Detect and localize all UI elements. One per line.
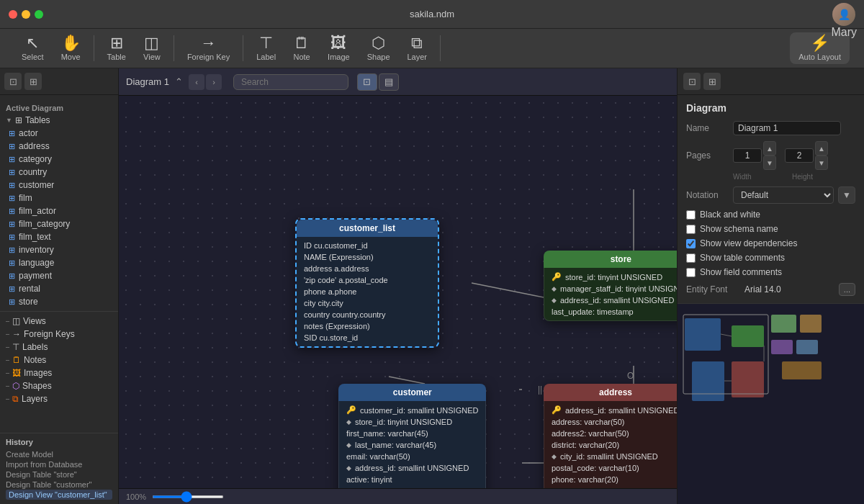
table-row-icon: ⊞	[9, 233, 15, 242]
search-input[interactable]	[233, 74, 348, 90]
sidebar-icon-labels: ⊤	[12, 342, 19, 352]
table-customer-list[interactable]: customer_list ID cu.customer_id NAME (Ex…	[295, 218, 439, 348]
field-row: ID cu.customer_id	[297, 240, 438, 251]
history-item-design-customer[interactable]: Design Table "customer"	[6, 480, 112, 490]
table-customer[interactable]: customer 🔑customer_id: smallint UNSIGNED…	[338, 384, 486, 504]
pages-width-up[interactable]: ▲	[763, 141, 776, 156]
pages-width-input[interactable]	[733, 148, 762, 163]
history-item-import[interactable]: Import from Database	[6, 459, 112, 469]
notation-select[interactable]: Default IDEF1X Crow's Foot	[733, 186, 834, 204]
sidebar-item-film-actor[interactable]: ⊞film_actor	[0, 204, 118, 217]
sidebar-item-payment[interactable]: ⊞payment	[0, 269, 118, 282]
panel-icon-btn-1[interactable]: ⊡	[683, 73, 701, 90]
sidebar-item-film-text[interactable]: ⊞film_text	[0, 230, 118, 243]
tool-foreign-key[interactable]: → Foreign Key	[180, 32, 237, 64]
field-text: store_id: tinyint UNSIGNED	[565, 273, 662, 282]
sidebar-group-notes[interactable]: – 🗒 Notes	[0, 354, 118, 366]
tool-view[interactable]: ◫ View	[136, 32, 168, 64]
canvas[interactable]: || O| O customer_list ID cu.customer_id …	[119, 96, 677, 504]
font-edit-button[interactable]: ...	[839, 283, 855, 296]
entity-font-label: Entity Font	[686, 284, 740, 294]
traffic-lights	[9, 10, 43, 19]
history-item-create[interactable]: Create Model	[6, 449, 112, 459]
active-diagram-label: Active Diagram	[0, 101, 118, 114]
checkbox-fieldcomments-label: Show field comments	[700, 267, 782, 277]
user-avatar[interactable]: 👤 Mary	[831, 3, 857, 39]
table-store[interactable]: store 🔑store_id: tinyint UNSIGNED ◆manag…	[544, 251, 677, 321]
tool-layer[interactable]: ⧉ Layer	[400, 32, 435, 64]
panel-pages-label: Pages	[686, 150, 733, 161]
table-address[interactable]: address 🔑address_id: smallint UNSIGNED a…	[544, 384, 677, 500]
field-text: city city.city	[304, 299, 343, 307]
nav-next[interactable]: ›	[206, 74, 222, 90]
pages-height-up[interactable]: ▲	[815, 141, 828, 156]
tool-table[interactable]: ⊞ Table	[100, 32, 133, 64]
sidebar-group-views[interactable]: – ◫ Views	[0, 315, 118, 328]
sidebar-group-shapes[interactable]: – ⬡ Shapes	[0, 379, 118, 392]
table-row-icon: ⊞	[9, 220, 15, 229]
address-body: 🔑address_id: smallint UNSIGNED address: …	[544, 401, 677, 500]
notation-more-btn[interactable]: ▼	[838, 186, 855, 204]
field-row: address a.address	[297, 263, 438, 274]
view-btn-list[interactable]: ▤	[379, 73, 399, 91]
sidebar-group-fk[interactable]: – → Foreign Keys	[0, 328, 118, 341]
field-row: 'zip code' a.postal_code	[297, 274, 438, 286]
sidebar-icon-btn-1[interactable]: ⊡	[4, 73, 22, 90]
tool-image[interactable]: 🖼 Image	[320, 32, 357, 64]
sidebar-group-tables[interactable]: ▼ ⊞ Tables	[0, 114, 118, 127]
sidebar-item-category[interactable]: ⊞category	[0, 153, 118, 166]
minimize-button[interactable]	[22, 10, 30, 19]
tool-shape[interactable]: ⬡ Shape	[360, 32, 397, 64]
maximize-button[interactable]	[35, 10, 43, 19]
sidebar-item-film-category[interactable]: ⊞film_category	[0, 217, 118, 230]
sidebar-item-category-label: category	[19, 154, 52, 164]
table-row-icon: ⊞	[9, 271, 15, 281]
checkbox-viewdeps-input[interactable]	[686, 239, 696, 248]
sidebar-item-inventory[interactable]: ⊞inventory	[0, 243, 118, 256]
sidebar-item-customer[interactable]: ⊞customer	[0, 179, 118, 192]
field-row: city city.city	[297, 297, 438, 309]
history-item-design-view[interactable]: Design View "customer_list"	[6, 490, 112, 500]
pages-height-input[interactable]	[785, 148, 814, 163]
sidebar-group-layers-label: Layers	[22, 394, 48, 404]
tool-label[interactable]: ⊤ Label	[249, 32, 283, 64]
sidebar-item-language[interactable]: ⊞language	[0, 256, 118, 269]
sidebar-group-layers[interactable]: – ⧉ Layers	[0, 392, 118, 405]
sidebar-item-address[interactable]: ⊞address	[0, 140, 118, 153]
canvas-area: Diagram 1 ⌃ ‹ › ⊡ ▤	[119, 68, 677, 504]
tool-select[interactable]: ↖ Select	[14, 32, 51, 64]
sidebar-icon-fk: →	[12, 329, 21, 339]
close-button[interactable]	[9, 10, 17, 19]
field-row: ◆city_id: smallint UNSIGNED	[544, 451, 677, 462]
panel-notation-label: Notation	[686, 190, 733, 200]
field-text: ID cu.customer_id	[304, 241, 368, 250]
checkbox-bw-input[interactable]	[686, 210, 696, 220]
notation-group: Default IDEF1X Crow's Foot ▼	[733, 186, 855, 204]
sidebar-item-film-actor-label: film_actor	[19, 206, 56, 216]
sidebar-item-film[interactable]: ⊞film	[0, 192, 118, 204]
field-row: notes (Expression)	[297, 320, 438, 332]
tool-move[interactable]: ✋ Move	[54, 32, 88, 64]
view-btn-grid[interactable]: ⊡	[357, 73, 377, 91]
sidebar-group-images[interactable]: – 🖼 Images	[0, 366, 118, 379]
checkbox-fieldcomments-input[interactable]	[686, 268, 696, 277]
sidebar-group-labels[interactable]: – ⊤ Labels	[0, 341, 118, 354]
sidebar-item-actor[interactable]: ⊞actor	[0, 127, 118, 140]
checkbox-tablecomments-input[interactable]	[686, 253, 696, 263]
zoom-slider[interactable]	[152, 495, 224, 498]
field-row: ◆store_id: tinyint UNSIGNED	[339, 416, 485, 428]
pages-height-down[interactable]: ▼	[815, 156, 828, 170]
views-arrow-icon: –	[6, 318, 9, 325]
tool-note[interactable]: 🗒 Note	[286, 32, 318, 64]
diagram-name-input[interactable]	[733, 121, 841, 135]
sidebar-item-rental[interactable]: ⊞rental	[0, 282, 118, 295]
diamond-icon: ◆	[552, 297, 557, 304]
sidebar-icon-btn-2[interactable]: ⊞	[24, 73, 42, 90]
panel-icon-btn-2[interactable]: ⊞	[703, 73, 721, 90]
nav-prev[interactable]: ‹	[189, 74, 204, 90]
checkbox-schema-input[interactable]	[686, 225, 696, 234]
pages-width-down[interactable]: ▼	[763, 156, 776, 170]
sidebar-item-store[interactable]: ⊞store	[0, 295, 118, 308]
history-item-design-store[interactable]: Design Table "store"	[6, 469, 112, 480]
sidebar-item-country[interactable]: ⊞country	[0, 166, 118, 179]
